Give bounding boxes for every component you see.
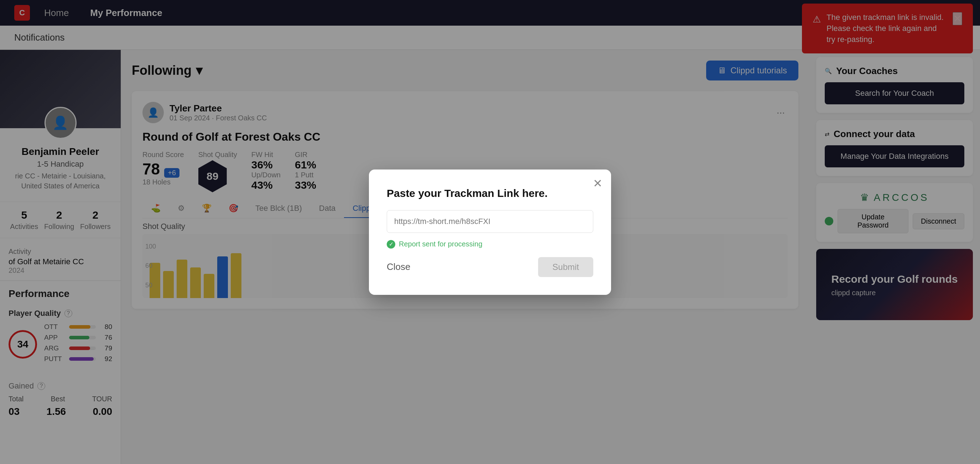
- trackman-link-input[interactable]: [387, 210, 593, 233]
- success-text: Report sent for processing: [399, 240, 482, 248]
- modal-close-icon-btn[interactable]: ✕: [593, 176, 603, 190]
- modal-overlay[interactable]: Paste your Trackman Link here. ✕ ✓ Repor…: [0, 0, 980, 464]
- success-check-icon: ✓: [387, 240, 395, 249]
- modal-title: Paste your Trackman Link here.: [387, 187, 593, 199]
- modal: Paste your Trackman Link here. ✕ ✓ Repor…: [369, 170, 611, 295]
- modal-close-btn[interactable]: Close: [387, 261, 410, 272]
- modal-submit-btn[interactable]: Submit: [538, 257, 593, 277]
- modal-footer: Close Submit: [387, 257, 593, 277]
- modal-success-message: ✓ Report sent for processing: [387, 240, 593, 249]
